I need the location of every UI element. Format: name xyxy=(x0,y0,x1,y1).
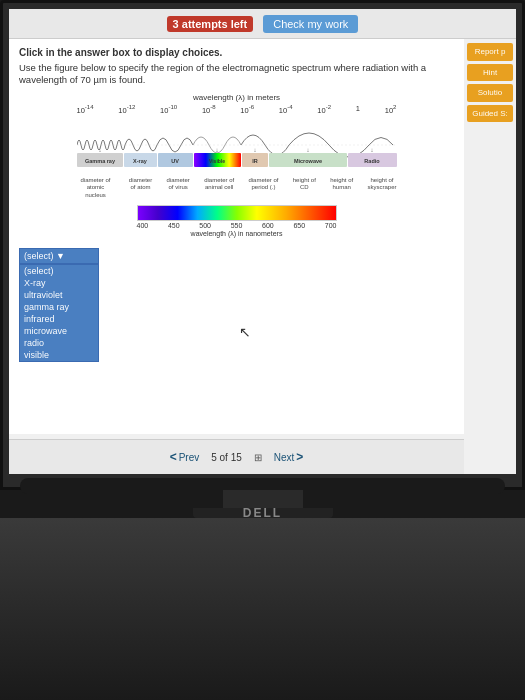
page-separator: of xyxy=(220,452,231,463)
scale-650: 650 xyxy=(293,222,305,229)
size-cell: diameter ofanimal cell xyxy=(204,177,234,199)
size-human: height ofhuman xyxy=(330,177,353,199)
top-bar: 3 attempts left Check my work xyxy=(9,9,516,39)
bottom-navigation: < Prev 5 of 15 ⊞ Next > xyxy=(9,439,464,474)
svg-text:↓: ↓ xyxy=(98,147,101,153)
svg-text:Visible: Visible xyxy=(208,158,224,164)
page-total: 15 xyxy=(231,452,242,463)
monitor-bezel: 3 attempts left Check my work Report p H… xyxy=(0,0,525,490)
svg-text:X-ray: X-ray xyxy=(133,158,148,164)
svg-text:Gamma ray: Gamma ray xyxy=(85,158,116,164)
hint-button[interactable]: Hint xyxy=(467,64,513,82)
scale-400: 400 xyxy=(137,222,149,229)
svg-text:UV: UV xyxy=(171,158,179,164)
scale-600: 600 xyxy=(262,222,274,229)
power-2: 102 xyxy=(385,104,397,115)
svg-text:↓: ↓ xyxy=(215,147,218,153)
power-neg6: 10-6 xyxy=(240,104,254,115)
option-visible[interactable]: visible xyxy=(20,349,98,361)
scale-450: 450 xyxy=(168,222,180,229)
dropdown-menu: (select) X-ray ultraviolet gamma ray inf… xyxy=(19,264,99,362)
dell-logo: DELL xyxy=(243,506,282,520)
answer-section: (select) ▼ (select) X-ray ultraviolet ga… xyxy=(19,245,454,264)
check-work-button[interactable]: Check my work xyxy=(263,15,358,33)
wave-diagram: Gamma ray X-ray UV Visible IR Microwave … xyxy=(77,115,397,175)
power-neg10: 10-10 xyxy=(160,104,177,115)
powers-row: 10-14 10-12 10-10 10-8 10-6 10-4 10-2 1 … xyxy=(77,104,397,115)
size-period: diameter ofperiod (.) xyxy=(248,177,278,199)
option-microwave[interactable]: microwave xyxy=(20,325,98,337)
power-0: 1 xyxy=(356,104,360,115)
desk-area: DELL xyxy=(0,518,525,700)
next-button[interactable]: Next > xyxy=(274,450,304,464)
scale-500: 500 xyxy=(199,222,211,229)
svg-text:↓: ↓ xyxy=(253,147,256,153)
instruction-text: Click in the answer box to display choic… xyxy=(19,47,454,58)
wavelength-label: wavelength (λ) in meters xyxy=(77,93,397,102)
power-neg8: 10-8 xyxy=(202,104,216,115)
option-infrared[interactable]: infrared xyxy=(20,313,98,325)
scale-700: 700 xyxy=(325,222,337,229)
prev-button[interactable]: < Prev xyxy=(170,450,200,464)
dropdown-selected: (select) xyxy=(24,251,54,261)
answer-dropdown[interactable]: (select) ▼ xyxy=(19,248,99,264)
guided-button[interactable]: Guided S: xyxy=(467,105,513,123)
svg-text:↓: ↓ xyxy=(306,147,309,153)
page-count: 5 of 15 xyxy=(211,452,242,463)
attempts-badge: 3 attempts left xyxy=(167,16,254,32)
question-text: Use the figure below to specify the regi… xyxy=(19,62,454,87)
visible-wavelength-label: wavelength (λ) in nanometers xyxy=(137,230,337,237)
size-virus: diameterof virus xyxy=(166,177,189,199)
grid-icon[interactable]: ⊞ xyxy=(254,452,262,463)
cursor: ↖ xyxy=(239,324,251,340)
size-skyscraper: height ofskyscraper xyxy=(367,177,396,199)
report-button[interactable]: Report p xyxy=(467,43,513,61)
svg-text:↓: ↓ xyxy=(370,147,373,153)
power-neg4: 10-4 xyxy=(279,104,293,115)
svg-text:Radio: Radio xyxy=(364,158,380,164)
power-neg14: 10-14 xyxy=(77,104,94,115)
power-neg2: 10-2 xyxy=(317,104,331,115)
visible-scale: 400 450 500 550 600 650 700 xyxy=(137,222,337,229)
prev-arrow-icon: < xyxy=(170,450,177,464)
main-content: Click in the answer box to display choic… xyxy=(9,39,464,434)
svg-text:Microwave: Microwave xyxy=(293,158,321,164)
next-arrow-icon: > xyxy=(296,450,303,464)
dropdown-container[interactable]: (select) ▼ (select) X-ray ultraviolet ga… xyxy=(19,248,99,264)
page-current: 5 xyxy=(211,452,217,463)
size-labels: diameter ofatomic nucleus diameterof ato… xyxy=(77,177,397,199)
scale-550: 550 xyxy=(231,222,243,229)
visible-spectrum-bar xyxy=(137,205,337,221)
right-sidebar: Report p Hint Solutio Guided S: xyxy=(464,39,516,126)
dropdown-arrow-icon: ▼ xyxy=(56,251,65,261)
visible-spectrum-section: 400 450 500 550 600 650 700 wavelength (… xyxy=(137,205,337,237)
size-nucleus: diameter ofatomic nucleus xyxy=(77,177,115,199)
power-neg12: 10-12 xyxy=(118,104,135,115)
next-label: Next xyxy=(274,452,295,463)
option-xray[interactable]: X-ray xyxy=(20,277,98,289)
size-atom: diameterof atom xyxy=(129,177,152,199)
option-ultraviolet[interactable]: ultraviolet xyxy=(20,289,98,301)
option-select[interactable]: (select) xyxy=(20,265,98,277)
prev-label: Prev xyxy=(179,452,200,463)
spectrum-diagram: wavelength (λ) in meters 10-14 10-12 10-… xyxy=(77,93,397,199)
screen: 3 attempts left Check my work Report p H… xyxy=(9,9,516,474)
size-cd: height ofCD xyxy=(293,177,316,199)
option-radio[interactable]: radio xyxy=(20,337,98,349)
solution-button[interactable]: Solutio xyxy=(467,84,513,102)
svg-text:IR: IR xyxy=(252,158,258,164)
option-gamma[interactable]: gamma ray xyxy=(20,301,98,313)
